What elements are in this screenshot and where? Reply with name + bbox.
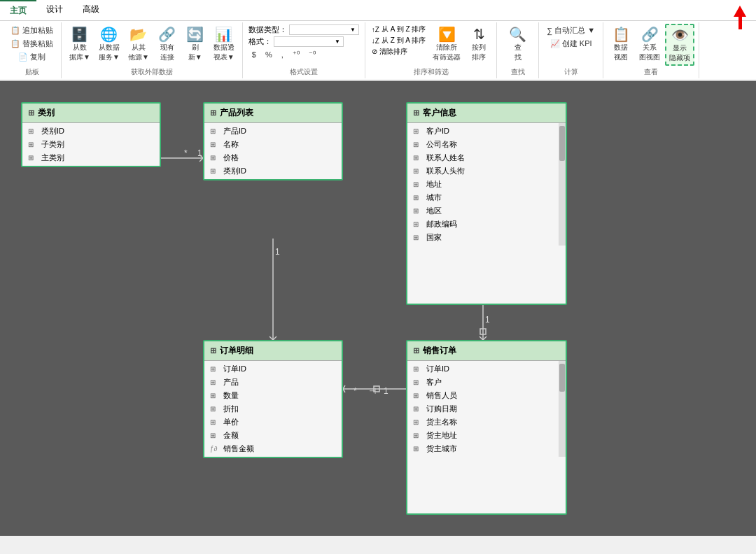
field-company-name[interactable]: ⊞公司名称 xyxy=(407,138,566,151)
field-unit-price[interactable]: ⊞单价 xyxy=(204,416,342,429)
copy-btn[interactable]: 📄 复制 xyxy=(7,50,57,64)
other-icon: 📂 xyxy=(130,26,147,43)
field-ship-address[interactable]: ⊞货主地址 xyxy=(407,429,566,442)
ribbon: 主页 设计 高级 📋 追加粘贴 📋 替换粘贴 📄 复制 xyxy=(0,0,756,81)
field-ship-city[interactable]: ⊞货主城市 xyxy=(407,442,566,455)
data-type-dropdown[interactable]: ▼ xyxy=(289,24,359,35)
field-sales-amount[interactable]: ƒ∂销售金额 xyxy=(204,442,342,455)
field-product-id[interactable]: ⊞ 产品ID xyxy=(204,125,342,138)
table-sales-order[interactable]: ⊞ 销售订单 ⊞订单ID ⊞客户 ⊞销售人员 ⊞订购日期 ⊞货主名称 ⊞货主地址… xyxy=(406,340,567,515)
currency-btn[interactable]: $ xyxy=(248,49,260,60)
find-items: 🔍 查找 xyxy=(505,24,531,66)
sort-by-col: ⇅ 按列排序 xyxy=(465,24,492,64)
table-order-detail[interactable]: ⊞ 订单明细 ⊞订单ID ⊞产品 ⊞数量 ⊞折扣 ⊞单价 ⊞金额 ƒ∂销售金额 xyxy=(203,340,343,458)
ribbon-content: 📋 追加粘贴 📋 替换粘贴 📄 复制 贴板 xyxy=(0,21,756,80)
table-category-header: ⊞ 类别 xyxy=(22,104,160,123)
table-product-list[interactable]: ⊞ 产品列表 ⊞ 产品ID ⊞ 名称 ⊞ 价格 ⊞ 类别ID xyxy=(203,102,343,180)
pivot-table-btn[interactable]: 📊 数据透视表▼ xyxy=(210,24,238,64)
show-hide-btn[interactable]: 👁️ 显示隐藏项 xyxy=(665,24,694,66)
sort-by-column-btn[interactable]: ⇅ 按列排序 xyxy=(465,24,492,64)
sort-az-btn[interactable]: ↑Z 从 A 到 Z 排序 xyxy=(370,24,428,35)
table-category[interactable]: ⊞ 类别 ⊞ 类别ID ⊞ 子类别 ⊞ 主类别 xyxy=(21,102,161,167)
field-country[interactable]: ⊞国家 xyxy=(407,231,566,244)
comma-btn[interactable]: , xyxy=(278,49,287,60)
svg-text:1: 1 xyxy=(485,315,490,325)
table-order-detail-title: 订单明细 xyxy=(220,345,253,357)
table-sales-order-title: 销售订单 xyxy=(423,345,456,357)
field-contact-name[interactable]: ⊞联系人姓名 xyxy=(407,151,566,164)
table-sales-order-header: ⊞ 销售订单 xyxy=(407,341,566,361)
existing-connection-btn[interactable]: 🔗 现有连接 xyxy=(154,24,181,64)
svg-line-16 xyxy=(343,389,345,392)
field-subcategory[interactable]: ⊞ 子类别 xyxy=(22,138,160,151)
show-hide-icon: 👁️ xyxy=(671,27,689,43)
percent-btn[interactable]: % xyxy=(262,49,276,60)
field-ship-name[interactable]: ⊞货主名称 xyxy=(407,416,566,429)
tab-home[interactable]: 主页 xyxy=(0,0,36,20)
table-icon: ⊞ xyxy=(210,108,216,118)
external-data-label: 获取外部数据 xyxy=(131,66,173,77)
format-label: 格式设置 xyxy=(290,66,318,77)
table-customer-info[interactable]: ⊞ 客户信息 ⊞客户ID ⊞公司名称 ⊞联系人姓名 ⊞联系人头衔 ⊞地址 ⊞城市… xyxy=(406,102,567,305)
field-icon: ⊞ xyxy=(28,154,38,162)
tab-advanced[interactable]: 高级 xyxy=(73,0,109,20)
table-customer-body: ⊞客户ID ⊞公司名称 ⊞联系人姓名 ⊞联系人头衔 ⊞地址 ⊞城市 ⊞地区 ⊞邮… xyxy=(407,123,566,246)
field-order-date[interactable]: ⊞订购日期 xyxy=(407,402,566,416)
find-btn[interactable]: 🔍 查找 xyxy=(505,24,531,64)
auto-sum-btn[interactable]: ∑ 自动汇总 ▼ xyxy=(543,24,598,37)
decrease-decimal-btn[interactable]: ⁻⁰ xyxy=(305,48,319,60)
field-sales-order-id[interactable]: ⊞订单ID xyxy=(407,362,566,376)
relationship-diagram-btn[interactable]: 🔗 关系图视图 xyxy=(636,24,664,64)
data-view-btn[interactable]: 📋 数据视图 xyxy=(608,24,634,64)
paste-replace-btn[interactable]: 📋 替换粘贴 xyxy=(7,37,57,50)
diagram-canvas[interactable]: * 1 1 * * ⊣ 1 1 * ⊞ xyxy=(0,81,756,536)
clear-sort-btn[interactable]: ⊘ 清除排序 xyxy=(370,46,428,57)
field-contact-title[interactable]: ⊞联系人头衔 xyxy=(407,164,566,178)
tab-design[interactable]: 设计 xyxy=(36,0,73,20)
field-discount[interactable]: ⊞折扣 xyxy=(204,402,342,416)
increase-decimal-btn[interactable]: ⁺⁰ xyxy=(289,48,303,60)
refresh-btn[interactable]: 🔄 刷新▼ xyxy=(182,24,209,64)
sort-za-btn[interactable]: ↓Z 从 Z 到 A 排序 xyxy=(370,35,428,46)
paste-replace-icon: 📋 xyxy=(10,39,20,48)
field-icon: ⊞ xyxy=(28,127,38,135)
sort-filter-label: 排序和筛选 xyxy=(414,66,449,77)
sales-scrollbar[interactable] xyxy=(559,361,566,457)
group-find: 🔍 查找 查找 xyxy=(497,22,539,78)
field-postal-code[interactable]: ⊞邮政编码 xyxy=(407,218,566,231)
field-price[interactable]: ⊞ 价格 xyxy=(204,151,342,164)
format-dropdown[interactable]: ▼ xyxy=(274,36,344,47)
customer-scrollbar[interactable] xyxy=(559,123,566,246)
svg-text:⊣: ⊣ xyxy=(369,386,376,396)
field-product[interactable]: ⊞产品 xyxy=(204,376,342,389)
format-settings: 数据类型： ▼ 格式： ▼ xyxy=(247,24,360,61)
view-items: 📋 数据视图 🔗 关系图视图 👁️ 显示隐藏项 xyxy=(608,24,694,66)
field-name[interactable]: ⊞ 名称 xyxy=(204,138,342,151)
from-other-btn[interactable]: 📂 从其他源▼ xyxy=(125,24,153,64)
external-data-items: 🗄️ 从数据库▼ 🌐 从数据服务▼ 📂 从其他源▼ 🔗 现有连接 🔄 xyxy=(66,24,238,66)
field-order-id[interactable]: ⊞订单ID xyxy=(204,362,342,376)
field-city[interactable]: ⊞城市 xyxy=(407,191,566,204)
from-service-btn[interactable]: 🌐 从数据服务▼ xyxy=(95,24,123,64)
field-amount[interactable]: ⊞金额 xyxy=(204,429,342,442)
field-quantity[interactable]: ⊞数量 xyxy=(204,389,342,402)
clear-all-filters-btn[interactable]: 🔽 清除所有筛选器 xyxy=(429,24,464,64)
view-label: 查看 xyxy=(644,66,658,77)
clipboard-items: 📋 追加粘贴 📋 替换粘贴 📄 复制 xyxy=(7,24,57,66)
field-category-id-product[interactable]: ⊞ 类别ID xyxy=(204,164,342,178)
from-database-btn[interactable]: 🗄️ 从数据库▼ xyxy=(66,24,94,64)
field-customer[interactable]: ⊞客户 xyxy=(407,376,566,389)
field-address[interactable]: ⊞地址 xyxy=(407,178,566,191)
paste-append-btn[interactable]: 📋 追加粘贴 xyxy=(7,24,57,37)
group-sort-filter: ↑Z 从 A 到 Z 排序 ↓Z 从 Z 到 A 排序 ⊘ 清除排序 🔽 清除所… xyxy=(365,22,497,78)
field-customer-id[interactable]: ⊞客户ID xyxy=(407,125,566,138)
data-type-row: 数据类型： ▼ xyxy=(247,24,360,36)
field-category-id[interactable]: ⊞ 类别ID xyxy=(22,125,160,138)
field-region[interactable]: ⊞地区 xyxy=(407,204,566,218)
create-kpi-btn[interactable]: 📈 创建 KPI xyxy=(543,37,598,50)
group-clipboard: 📋 追加粘贴 📋 替换粘贴 📄 复制 贴板 xyxy=(3,22,62,78)
field-salesperson[interactable]: ⊞销售人员 xyxy=(407,389,566,402)
field-main-category[interactable]: ⊞ 主类别 xyxy=(22,151,160,164)
format-items: 数据类型： ▼ 格式： ▼ xyxy=(247,24,360,66)
filter-col: 🔽 清除所有筛选器 xyxy=(429,24,464,64)
